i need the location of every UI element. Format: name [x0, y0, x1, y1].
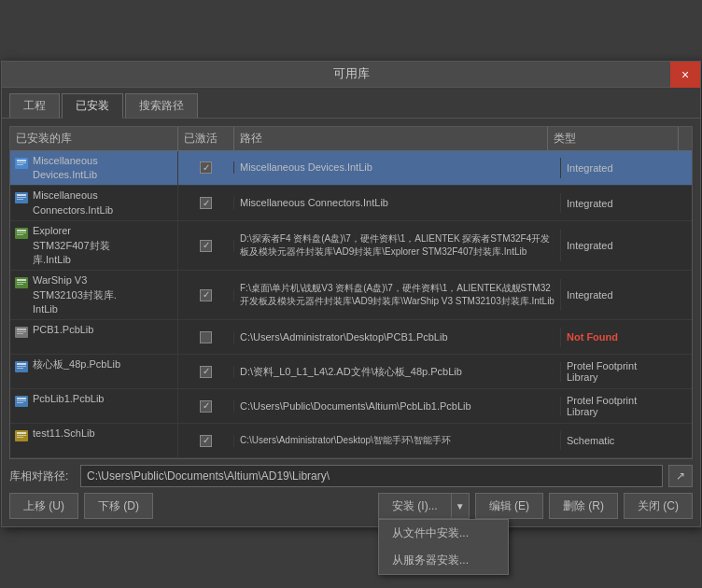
svg-rect-22	[17, 366, 26, 367]
checkbox-cell[interactable]	[178, 331, 234, 343]
svg-rect-21	[17, 363, 26, 365]
lib-icon	[14, 190, 29, 205]
svg-rect-19	[17, 333, 23, 334]
table-row[interactable]: PCB1.PcbLib C:\Users\Administrator\Deskt…	[10, 320, 692, 355]
move-down-button[interactable]: 下移 (D)	[84, 493, 153, 519]
table-row[interactable]: PcbLib1.PcbLib C:\Users\Public\Documents…	[10, 389, 692, 424]
lib-icon	[14, 359, 29, 374]
tab-search-path[interactable]: 搜索路径	[125, 93, 198, 118]
svg-rect-29	[17, 432, 26, 434]
path-cell: D:\探索者F4 资料盘(A盘)\7，硬件资料\1，ALIENTEK 探索者ST…	[234, 230, 561, 261]
svg-rect-25	[17, 398, 26, 399]
table-row[interactable]: MiscellaneousDevices.IntLib Miscellaneou…	[10, 151, 692, 187]
install-button[interactable]: 安装 (I)...	[378, 493, 451, 519]
svg-rect-15	[17, 284, 23, 285]
path-cell: C:\Users\Administrator\Desktop\PCB1.PcbL…	[234, 328, 561, 347]
active-checkbox[interactable]	[200, 435, 212, 447]
install-from-file-item[interactable]: 从文件中安装...	[379, 520, 508, 547]
table-row[interactable]: WarShip V3STM32103封装库.IntLib F:\桌面\单片机\战…	[10, 271, 692, 320]
table-row[interactable]: MiscellaneousConnectors.IntLib Miscellan…	[10, 186, 692, 221]
bottom-area: 库相对路径: ↗ 上移 (U) 下移 (D) 安装 (I)... ▼ 从文件中安…	[9, 459, 693, 519]
header-name: 已安装的库	[10, 127, 178, 150]
table-row[interactable]: test11.SchLib C:\Users\Administrator\Des…	[10, 424, 692, 458]
svg-rect-3	[17, 164, 23, 165]
lib-name: ExplorerSTM32F407封装库.IntLib	[33, 224, 110, 267]
close-dialog-button[interactable]: ×	[670, 62, 700, 88]
tabs-bar: 工程 已安装 搜索路径	[2, 88, 700, 119]
type-cell: Protel FootprintLibrary	[561, 392, 692, 420]
active-checkbox[interactable]	[200, 366, 212, 378]
tab-installed[interactable]: 已安装	[62, 93, 123, 119]
lib-name: MiscellaneousConnectors.IntLib	[33, 189, 113, 217]
table-header: 已安装的库 已激活 路径 类型	[10, 127, 692, 151]
lib-icon	[14, 428, 29, 443]
lib-name: test11.SchLib	[33, 427, 95, 441]
install-dropdown-button[interactable]: ▼	[451, 493, 470, 519]
install-dropdown-menu: 从文件中安装... 从服务器安装...	[378, 519, 509, 575]
checkbox-cell[interactable]	[178, 197, 234, 209]
install-from-server-item[interactable]: 从服务器安装...	[379, 547, 508, 574]
lib-icon	[14, 226, 29, 241]
active-checkbox[interactable]	[200, 289, 212, 301]
active-checkbox[interactable]	[200, 161, 212, 174]
svg-rect-18	[17, 331, 26, 332]
type-cell: Integrated	[561, 287, 692, 303]
lib-name: 核心板_48p.PcbLib	[33, 357, 120, 371]
close-button[interactable]: 关闭 (C)	[624, 493, 693, 519]
browse-icon: ↗	[676, 469, 685, 483]
dialog-title: 可用库	[333, 65, 370, 82]
svg-rect-9	[17, 230, 26, 231]
tab-project[interactable]: 工程	[9, 93, 60, 118]
path-cell: C:\Users\Public\Documents\Altium\PcbLib1…	[234, 397, 561, 416]
type-cell: Integrated	[561, 237, 692, 254]
type-cell: Not Found	[561, 329, 692, 345]
table-row[interactable]: ExplorerSTM32F407封装库.IntLib D:\探索者F4 资料盘…	[10, 221, 692, 271]
move-up-button[interactable]: 上移 (U)	[9, 493, 78, 519]
active-checkbox[interactable]	[200, 197, 212, 209]
path-input[interactable]	[80, 465, 663, 487]
lib-name: PCB1.PcbLib	[33, 323, 93, 337]
checkbox-cell[interactable]	[178, 435, 234, 447]
path-cell: Miscellaneous Connectors.IntLib	[234, 193, 561, 213]
checkbox-cell[interactable]	[178, 240, 234, 252]
active-checkbox[interactable]	[200, 331, 212, 343]
svg-rect-17	[17, 329, 26, 330]
checkbox-cell[interactable]	[178, 289, 234, 301]
svg-rect-5	[17, 194, 26, 196]
checkbox-cell[interactable]	[178, 366, 234, 378]
lib-icon	[14, 394, 29, 409]
lib-name-cell: ExplorerSTM32F407封装库.IntLib	[10, 221, 178, 270]
table-body: MiscellaneousDevices.IntLib Miscellaneou…	[10, 151, 692, 459]
path-label: 库相对路径:	[9, 469, 75, 484]
available-libraries-dialog: 可用库 × 工程 已安装 搜索路径 已安装的库 已激活 路径 类型	[1, 61, 701, 528]
svg-rect-26	[17, 400, 26, 401]
svg-rect-6	[17, 197, 26, 198]
type-cell: Protel FootprintLibrary	[561, 357, 692, 385]
type-cell: Integrated	[561, 195, 692, 212]
lib-icon	[14, 325, 29, 340]
checkbox-cell[interactable]	[178, 161, 234, 174]
libraries-table: 已安装的库 已激活 路径 类型 Miscellaneo	[9, 126, 693, 460]
buttons-row: 上移 (U) 下移 (D) 安装 (I)... ▼ 从文件中安装... 从服务器…	[9, 493, 693, 519]
path-browse-button[interactable]: ↗	[668, 465, 693, 487]
edit-button[interactable]: 编辑 (E)	[475, 493, 543, 519]
active-checkbox[interactable]	[200, 400, 212, 413]
path-cell: Miscellaneous Devices.IntLib	[234, 158, 561, 177]
svg-rect-27	[17, 402, 23, 403]
active-checkbox[interactable]	[200, 240, 212, 252]
path-cell: F:\桌面\单片机\战舰V3 资料盘(A盘)\7，硬件资料\1，ALIENTEK…	[234, 279, 561, 311]
path-row: 库相对路径: ↗	[9, 465, 693, 487]
header-type: 类型	[548, 127, 679, 150]
checkbox-cell[interactable]	[178, 400, 234, 413]
svg-rect-7	[17, 199, 23, 200]
header-active: 已激活	[178, 127, 234, 150]
lib-name: WarShip V3STM32103封装库.IntLib	[33, 273, 117, 316]
svg-rect-10	[17, 232, 26, 233]
svg-rect-14	[17, 282, 26, 283]
delete-button[interactable]: 删除 (R)	[549, 493, 618, 519]
lib-name-cell: PcbLib1.PcbLib	[10, 389, 178, 423]
lib-icon	[14, 275, 29, 290]
table-row[interactable]: 核心板_48p.PcbLib D:\资料_L0_L1_L4\2.AD文件\核心板…	[10, 355, 692, 389]
header-path: 路径	[234, 127, 548, 150]
type-cell: Integrated	[561, 160, 692, 176]
